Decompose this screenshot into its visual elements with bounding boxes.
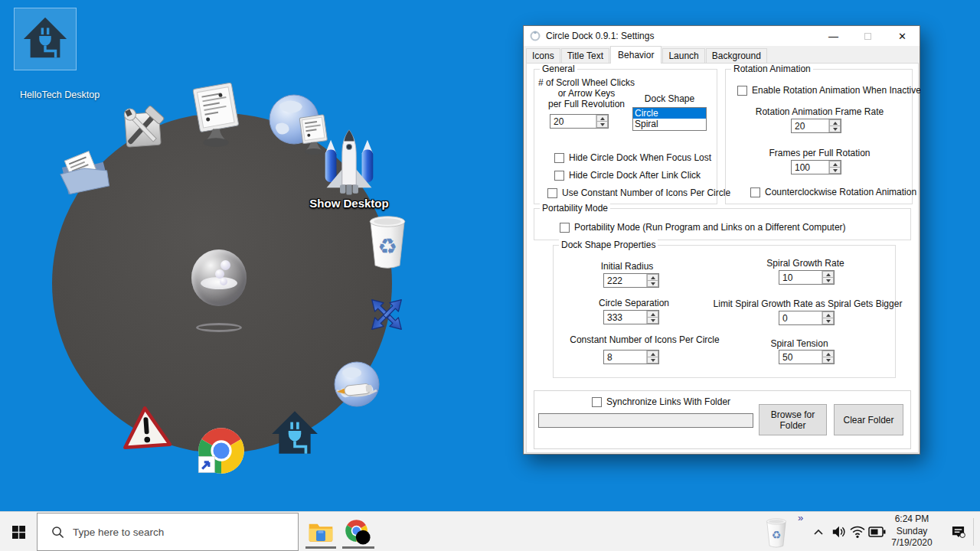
volume-icon[interactable] [829,523,848,541]
taskbar-search[interactable] [37,513,299,551]
spinner-down-button[interactable] [822,357,834,364]
tools-icon[interactable] [113,98,172,161]
frame-rate-spinner[interactable]: 20 [791,119,841,133]
spiral-tension-value[interactable]: 50 [779,350,822,364]
chrome-icon[interactable] [198,427,245,478]
wifi-icon[interactable] [848,523,867,541]
down-arrow-icon [651,282,655,285]
spiral-growth-value[interactable]: 10 [779,271,822,284]
bubble-sphere [220,278,227,285]
spinner-up-button[interactable] [647,350,658,357]
bubble-plate [201,277,237,289]
maximize-button[interactable] [851,26,885,46]
scroll-clicks-spinner[interactable]: 20 [550,114,609,129]
hellotech-home-icon[interactable] [270,407,320,461]
limit-growth-spinner[interactable]: 0 [779,311,835,325]
tab-launch[interactable]: Launch [662,48,704,64]
checkbox-box[interactable] [737,86,747,96]
toolbar-overflow-chevron[interactable]: » [798,512,803,523]
checkbox-box[interactable] [592,397,602,407]
tab-behavior[interactable]: Behavior [610,46,662,64]
show-desktop-label: Show Desktop [288,197,410,210]
monitor-document-icon[interactable] [185,83,247,153]
checkbox-box[interactable] [547,188,557,198]
checkbox-box[interactable] [560,223,570,233]
desktop-shortcut-hellotech[interactable]: HelloTech Desktop [14,8,77,70]
taskbar-file-explorer-button[interactable] [305,517,336,547]
checkbox-box[interactable] [750,187,760,197]
folder-path-field[interactable] [538,413,753,428]
start-button[interactable] [0,512,37,551]
frames-per-rotation-spinner[interactable]: 100 [791,160,841,174]
minimize-button[interactable]: — [816,26,851,46]
browse-folder-button[interactable]: Browse for Folder [759,404,827,435]
group-portability-title: Portability Mode [540,203,610,214]
close-button[interactable]: ✕ [885,26,920,46]
tab-icons[interactable]: Icons [526,48,560,64]
scroll-clicks-value[interactable]: 20 [550,115,596,128]
constant-icons-label: Constant Number of Icons Per Circle [554,334,736,345]
constant-icons-value[interactable]: 8 [604,350,646,364]
spinner-up-button[interactable] [596,115,608,122]
spinner-down-button[interactable] [822,278,834,284]
tabstrip: Icons Title Text Behavior Launch Backgro… [526,47,768,64]
spinner-down-button[interactable] [822,318,834,324]
limit-growth-value[interactable]: 0 [779,311,822,324]
spinner-up-button[interactable] [822,350,834,357]
frames-per-rotation-value[interactable]: 100 [792,161,828,174]
taskbar-clock[interactable]: 6:24 PM Sunday 7/19/2020 [882,514,942,549]
rocket-shuttle-icon[interactable] [319,129,379,202]
titlebar[interactable]: Circle Dock 0.9.1: Settings — ✕ [524,26,920,46]
spinner-up-button[interactable] [829,119,841,126]
spinner-up-button[interactable] [647,274,658,281]
constant-icons-spinner[interactable]: 8 [603,350,659,364]
checkbox-box[interactable] [554,171,564,181]
show-desktop-strip[interactable] [973,518,974,546]
recycle-bin-icon[interactable]: ♻ [360,211,415,272]
checkbox-box[interactable] [554,153,564,163]
spinner-down-button[interactable] [829,168,841,174]
taskbar-chrome-button[interactable] [342,517,373,547]
listbox-option-spiral[interactable]: Spiral [633,119,706,129]
tray-recycle-bin-icon[interactable]: ♻ [761,514,792,550]
spinner-down-button[interactable] [647,281,658,287]
search-input[interactable] [73,527,279,538]
circle-separation-value[interactable]: 333 [604,311,646,324]
checkbox-counterclockwise[interactable]: Counterclockwise Rotation Animation [750,187,916,197]
group-rotation-title: Rotation Animation [731,64,813,74]
checkbox-synchronize-links[interactable]: Synchronize Links With Folder [592,396,730,407]
chrome-icon [344,518,371,546]
clear-folder-button[interactable]: Clear Folder [834,404,903,435]
checkbox-enable-rotation[interactable]: Enable Rotation Animation When Inactive [737,85,921,96]
checkbox-hide-focus-lost[interactable]: Hide Circle Dock When Focus Lost [554,152,711,163]
spinner-up-button[interactable] [647,311,658,318]
checkbox-constant-icons[interactable]: Use Constant Number of Icons Per Circle [547,187,730,198]
action-center-icon[interactable] [948,523,968,541]
taskbar: ♻ » [0,511,980,551]
initial-radius-value[interactable]: 222 [604,274,646,287]
hidden-icons-chevron[interactable] [810,524,827,540]
spinner-down-button[interactable] [647,318,658,324]
down-arrow-icon [826,320,831,323]
spinner-down-button[interactable] [596,122,608,128]
spinner-up-button[interactable] [822,311,834,318]
spinner-down-button[interactable] [647,357,658,364]
spiral-tension-spinner[interactable]: 50 [779,350,835,364]
warning-triangle-icon[interactable] [121,404,172,455]
spinner-up-button[interactable] [829,161,841,168]
tab-title-text[interactable]: Title Text [561,48,609,64]
tab-background[interactable]: Background [706,48,767,64]
group-rotation: Rotation Animation Enable Rotation Anima… [725,69,913,204]
globe-connection-icon[interactable] [332,360,381,412]
checkbox-portability-mode[interactable]: Portability Mode (Run Program and Links … [560,222,846,233]
listbox-option-circle[interactable]: Circle [633,108,706,119]
spinner-up-button[interactable] [822,271,834,278]
spinner-down-button[interactable] [829,126,841,132]
spiral-growth-spinner[interactable]: 10 [779,270,835,285]
move-cross-icon[interactable] [363,291,410,341]
circle-separation-spinner[interactable]: 333 [603,310,659,324]
checkbox-hide-after-click[interactable]: Hide Circle Dock After Link Click [554,170,701,181]
file-explorer-icon [308,520,334,543]
initial-radius-spinner[interactable]: 222 [603,273,659,288]
frame-rate-value[interactable]: 20 [792,119,828,132]
